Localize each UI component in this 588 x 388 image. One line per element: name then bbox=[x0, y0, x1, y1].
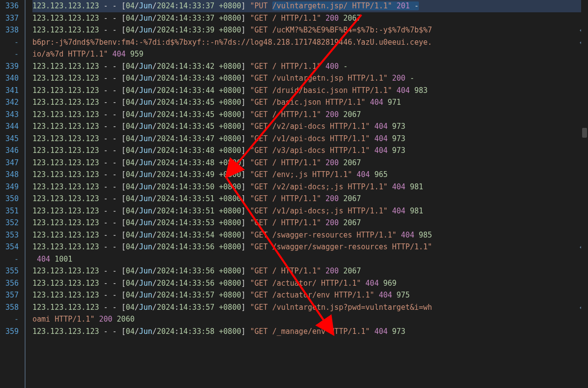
line-number: 354 bbox=[0, 241, 19, 253]
line-number: 336 bbox=[0, 0, 19, 12]
log-line[interactable]: 123.123.123.123 - - [04/Jun/2024:14:33:4… bbox=[32, 85, 588, 97]
log-line[interactable]: 123.123.123.123 - - [04/Jun/2024:14:33:4… bbox=[32, 145, 588, 157]
log-line[interactable]: 123.123.123.123 - - [04/Jun/2024:14:33:5… bbox=[32, 289, 588, 301]
line-number: 342 bbox=[0, 96, 19, 109]
line-number: 359 bbox=[0, 326, 19, 338]
line-number: 358 bbox=[0, 301, 19, 314]
line-number: 346 bbox=[0, 145, 19, 157]
line-number: 338 bbox=[0, 24, 19, 36]
log-line[interactable]: 123.123.123.123 - - [04/Jun/2024:14:33:5… bbox=[32, 205, 588, 217]
line-number: 352 bbox=[0, 217, 19, 229]
log-line[interactable]: 123.123.123.123 - - [04/Jun/2024:14:33:3… bbox=[32, 0, 588, 12]
line-number: 357 bbox=[0, 289, 19, 301]
line-number: 349 bbox=[0, 181, 19, 193]
log-line[interactable]: oami HTTP/1.1" 200 2060 bbox=[32, 313, 588, 326]
line-number-gutter: 336337338--33934034134234334434534634734… bbox=[0, 0, 25, 388]
line-number: - bbox=[0, 36, 19, 49]
line-number: 355 bbox=[0, 265, 19, 277]
line-number: 348 bbox=[0, 169, 19, 181]
line-number: 339 bbox=[0, 60, 19, 73]
line-number: 341 bbox=[0, 85, 19, 97]
log-line[interactable]: 123.123.123.123 - - [04/Jun/2024:14:33:5… bbox=[32, 301, 588, 314]
log-line[interactable]: 123.123.123.123 - - [04/Jun/2024:14:33:5… bbox=[32, 217, 588, 229]
line-number: - bbox=[0, 313, 19, 326]
log-line[interactable]: io/a%7d HTTP/1.1" 404 959 bbox=[32, 48, 588, 60]
line-number: 351 bbox=[0, 205, 19, 217]
log-line[interactable]: 123.123.123.123 - - [04/Jun/2024:14:33:4… bbox=[32, 120, 588, 133]
line-number: 343 bbox=[0, 109, 19, 121]
line-number: 340 bbox=[0, 72, 19, 85]
code-editor: 336337338--33934034134234334434534634734… bbox=[0, 0, 588, 388]
log-line[interactable]: 123.123.123.123 - - [04/Jun/2024:14:33:5… bbox=[32, 326, 588, 338]
editor-content[interactable]: 123.123.123.123 - - [04/Jun/2024:14:33:3… bbox=[32, 0, 588, 388]
line-number: 347 bbox=[0, 157, 19, 169]
log-line[interactable]: 123.123.123.123 - - [04/Jun/2024:14:33:4… bbox=[32, 157, 588, 169]
line-number: - bbox=[0, 48, 19, 60]
log-line[interactable]: 123.123.123.123 - - [04/Jun/2024:14:33:4… bbox=[32, 109, 588, 121]
log-line[interactable]: 123.123.123.123 - - [04/Jun/2024:14:33:4… bbox=[32, 60, 588, 73]
log-line[interactable]: 123.123.123.123 - - [04/Jun/2024:14:33:5… bbox=[32, 265, 588, 277]
log-line[interactable]: 123.123.123.123 - - [04/Jun/2024:14:33:5… bbox=[32, 193, 588, 205]
log-line[interactable]: 123.123.123.123 - - [04/Jun/2024:14:33:3… bbox=[32, 12, 588, 25]
log-line[interactable]: 123.123.123.123 - - [04/Jun/2024:14:33:4… bbox=[32, 72, 588, 85]
line-number: 345 bbox=[0, 133, 19, 145]
log-line[interactable]: 123.123.123.123 - - [04/Jun/2024:14:33:4… bbox=[32, 169, 588, 181]
line-number: 356 bbox=[0, 277, 19, 290]
line-number: 337 bbox=[0, 12, 19, 25]
line-number: 344 bbox=[0, 120, 19, 133]
log-line[interactable]: 123.123.123.123 - - [04/Jun/2024:14:33:4… bbox=[32, 133, 588, 145]
line-number: 350 bbox=[0, 193, 19, 205]
log-line[interactable]: 123.123.123.123 - - [04/Jun/2024:14:33:5… bbox=[32, 241, 588, 253]
log-line[interactable]: 123.123.123.123 - - [04/Jun/2024:14:33:3… bbox=[32, 24, 588, 36]
log-line[interactable]: 123.123.123.123 - - [04/Jun/2024:14:33:5… bbox=[32, 277, 588, 290]
log-line[interactable]: 404 1001 bbox=[32, 253, 588, 266]
log-line[interactable]: 123.123.123.123 - - [04/Jun/2024:14:33:5… bbox=[32, 229, 588, 241]
vertical-scrollbar[interactable] bbox=[581, 0, 588, 388]
scrollbar-thumb[interactable] bbox=[582, 128, 587, 138]
log-line[interactable]: b6pr:-j%7dnd$%7benv:fm4:-%7di:d$%7bxyf::… bbox=[32, 36, 588, 49]
log-line[interactable]: 123.123.123.123 - - [04/Jun/2024:14:33:4… bbox=[32, 96, 588, 109]
gutter-separator bbox=[25, 0, 26, 388]
log-line[interactable]: 123.123.123.123 - - [04/Jun/2024:14:33:5… bbox=[32, 181, 588, 193]
line-number: - bbox=[0, 253, 19, 266]
line-number: 353 bbox=[0, 229, 19, 241]
